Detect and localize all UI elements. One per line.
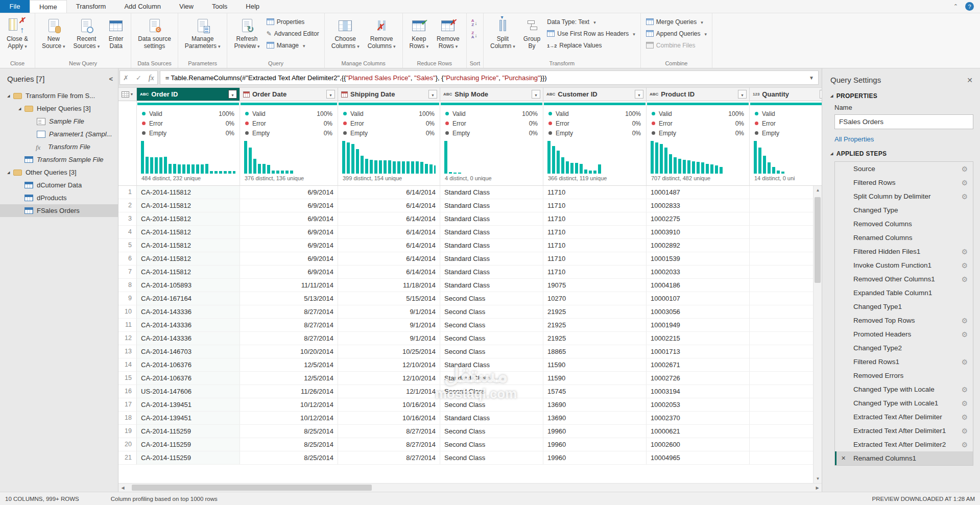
split-column-button[interactable]: Split Column (487, 15, 519, 52)
table-cell[interactable]: 10/25/2014 (338, 345, 440, 358)
manage-button[interactable]: Manage (265, 40, 321, 51)
table-cell[interactable]: 6/14/2014 (338, 252, 440, 266)
table-cell[interactable]: 10003194 (647, 385, 750, 398)
table-cell[interactable]: 6/14/2014 (338, 199, 440, 212)
advanced-editor-button[interactable]: Advanced Editor (265, 28, 321, 39)
table-cell[interactable]: 6/9/2014 (240, 252, 338, 266)
column-header[interactable]: Order Date (240, 88, 338, 101)
column-quality-panel[interactable]: Valid Error Empty 14 distinct, 0 uni (750, 101, 822, 186)
tab-file[interactable]: File (0, 0, 30, 13)
column-type-icon[interactable] (443, 92, 452, 97)
collapse-ribbon-icon[interactable]: ⌃ (953, 3, 958, 10)
step-settings-gear-icon[interactable]: ⚙ (961, 275, 968, 283)
applied-step[interactable]: ✕ Filtered Hidden Files1 ⚙ (835, 245, 973, 258)
step-settings-gear-icon[interactable]: ⚙ (961, 261, 968, 270)
table-cell[interactable]: 11710 (543, 252, 647, 266)
table-row[interactable]: 2 CA-2014-1158126/9/20146/14/2014Standar… (118, 199, 822, 212)
formula-cancel-icon[interactable]: ✗ (123, 74, 129, 82)
applied-step[interactable]: ✕ Split Column by Delimiter ⚙ (835, 189, 973, 203)
table-row[interactable]: 6 CA-2014-1158126/9/20146/14/2014Standar… (118, 252, 822, 266)
table-cell[interactable]: 19075 (543, 279, 647, 292)
table-cell[interactable] (750, 385, 822, 398)
filter-button[interactable] (820, 90, 822, 99)
applied-step[interactable]: ✕ Extracted Text After Delimiter1 ⚙ (835, 424, 973, 438)
table-row[interactable]: 21 CA-2014-1152598/25/20148/27/2014Secon… (118, 451, 822, 465)
table-cell[interactable] (750, 239, 822, 252)
table-cell[interactable]: 5/13/2014 (240, 292, 338, 305)
table-cell[interactable] (750, 226, 822, 239)
recent-sources-button[interactable]: Recent Sources (70, 15, 104, 52)
table-row[interactable]: 5 CA-2014-1158126/9/20146/14/2014Standar… (118, 239, 822, 252)
table-cell[interactable] (750, 319, 822, 332)
table-cell[interactable] (750, 252, 822, 266)
step-settings-gear-icon[interactable]: ⚙ (961, 399, 968, 407)
filter-button[interactable] (428, 90, 437, 99)
scroll-up-icon[interactable]: ▲ (814, 186, 822, 195)
tree-expander-icon[interactable]: ◢ (7, 94, 13, 98)
step-settings-gear-icon[interactable]: ⚙ (961, 248, 968, 256)
choose-columns-button[interactable]: Choose Columns (328, 15, 363, 52)
column-quality-panel[interactable]: Valid100% Error0% Empty0% 4 distinct, 0 … (440, 101, 543, 186)
step-settings-gear-icon[interactable]: ⚙ (961, 441, 968, 449)
table-cell[interactable]: 19960 (543, 425, 647, 438)
step-settings-gear-icon[interactable]: ⚙ (961, 386, 968, 394)
table-cell[interactable] (750, 451, 822, 465)
value-distribution-histogram[interactable] (244, 141, 333, 174)
scroll-right-icon[interactable]: ▶ (813, 484, 822, 492)
table-cell[interactable]: Standard Class (440, 266, 543, 279)
table-cell[interactable]: 10001539 (647, 252, 750, 266)
use-first-row-as-headers-button[interactable]: Use First Row as Headers (545, 28, 637, 39)
table-cell[interactable]: CA-2014-115812 (137, 266, 240, 279)
applied-step[interactable]: ✕ Extracted Text After Delimiter ⚙ (835, 410, 973, 424)
table-row[interactable]: 8 CA-2014-10589311/11/201411/18/2014Stan… (118, 279, 822, 292)
table-cell[interactable]: 10004186 (647, 279, 750, 292)
applied-step[interactable]: ✕ Source ⚙ (835, 162, 973, 176)
table-cell[interactable]: 8/27/2014 (338, 425, 440, 438)
table-cell[interactable]: 10002600 (647, 438, 750, 451)
table-cell[interactable]: Standard Class (440, 279, 543, 292)
table-cell[interactable] (750, 305, 822, 319)
table-cell[interactable] (750, 345, 822, 358)
column-header[interactable]: Product ID (647, 88, 750, 101)
table-cell[interactable]: 10/20/2014 (240, 345, 338, 358)
menu-tab[interactable]: Tools (203, 0, 236, 13)
table-cell[interactable]: CA-2014-115812 (137, 252, 240, 266)
horizontal-scroll-thumb[interactable] (132, 485, 372, 491)
table-cell[interactable]: 6/14/2014 (338, 186, 440, 199)
table-cell[interactable]: 10004965 (647, 451, 750, 465)
column-type-icon[interactable] (546, 92, 555, 97)
filter-button[interactable] (532, 90, 540, 99)
table-cell[interactable]: 8/25/2014 (240, 425, 338, 438)
table-cell[interactable]: 13690 (543, 398, 647, 412)
delete-step-icon[interactable]: ✕ (841, 455, 846, 462)
applied-step[interactable]: ✕ Removed Other Columns1 ⚙ (835, 272, 973, 286)
table-cell[interactable]: 11710 (543, 199, 647, 212)
applied-step[interactable]: ✕ Removed Top Rows ⚙ (835, 314, 973, 327)
step-settings-gear-icon[interactable]: ⚙ (961, 193, 968, 201)
table-cell[interactable]: Standard Class (440, 199, 543, 212)
table-cell[interactable] (750, 372, 822, 385)
table-cell[interactable]: 9/1/2014 (338, 305, 440, 319)
table-cell[interactable]: 11/26/2014 (240, 385, 338, 398)
query-tree-item[interactable]: ◢ Helper Queries [3] (0, 102, 118, 115)
properties-button[interactable]: Properties (265, 16, 321, 27)
query-tree-item[interactable]: ◢ dCutomer Data (0, 179, 118, 191)
applied-step[interactable]: ✕ Changed Type1 ⚙ (835, 300, 973, 314)
table-cell[interactable]: CA-2014-106376 (137, 372, 240, 385)
filter-button[interactable] (738, 90, 747, 99)
table-cell[interactable]: Second Class (440, 319, 543, 332)
table-cell[interactable]: 6/9/2014 (240, 199, 338, 212)
table-cell[interactable]: 8/27/2014 (338, 451, 440, 465)
applied-step[interactable]: ✕ Filtered Rows1 ⚙ (835, 355, 973, 369)
step-settings-gear-icon[interactable]: ⚙ (961, 413, 968, 421)
table-cell[interactable]: 8/25/2014 (240, 438, 338, 451)
table-cell[interactable]: 10002370 (647, 412, 750, 425)
table-cell[interactable]: CA-2014-115259 (137, 438, 240, 451)
applied-step[interactable]: ✕ Expanded Table Column1 ⚙ (835, 286, 973, 300)
remove-rows-button[interactable]: ✗ Remove Rows (433, 15, 463, 52)
table-cell[interactable]: Second Class (440, 292, 543, 305)
table-cell[interactable]: 21925 (543, 319, 647, 332)
combine-files-button[interactable]: Combine Files (644, 40, 709, 51)
table-cell[interactable]: CA-2014-105893 (137, 279, 240, 292)
query-tree-item[interactable]: ◢ Sample File (0, 115, 118, 128)
